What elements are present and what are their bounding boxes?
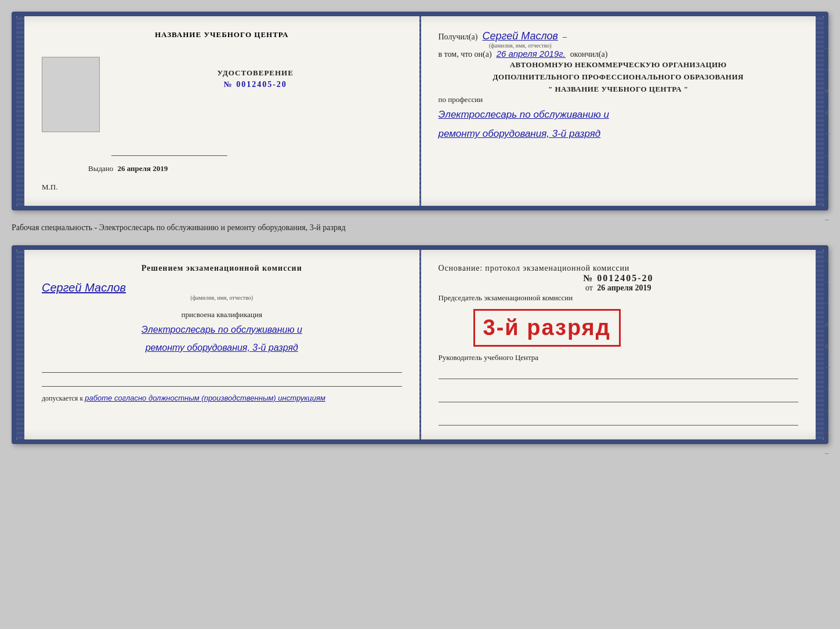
recipient-name: Сергей Маслов (482, 30, 557, 42)
profession-prefix: по профессии (439, 95, 799, 104)
org-line1: АВТОНОМНУЮ НЕКОММЕРЧЕСКУЮ ОРГАНИЗАЦИЮ (439, 59, 799, 71)
received-prefix: Получил(а) (439, 32, 478, 42)
lower-doc-right-spine (816, 250, 824, 439)
date-line-upper: в том, что он(а) 26 апреля 2019г. окончи… (439, 49, 799, 59)
stamp-area: 3-й разряд (439, 303, 799, 352)
mp-label: М.П. (42, 183, 57, 191)
num-prefix: № (583, 273, 593, 283)
doc-spine-left (16, 16, 24, 206)
dash-upper: – (563, 32, 567, 42)
date-prefix-lower: от (585, 283, 593, 292)
cert-number-prefix: № (224, 80, 233, 89)
protocol-date: от 26 апреля 2019 (439, 283, 799, 293)
num-value: 0012405-20 (597, 273, 653, 283)
org-text: АВТОНОМНУЮ НЕКОММЕРЧЕСКУЮ ОРГАНИЗАЦИЮ ДО… (439, 59, 799, 95)
lower-doc-spine-left (16, 250, 24, 439)
date-value-upper: 26 апреля 2019г. (497, 49, 566, 59)
допускается-value: работе согласно должностным (производств… (85, 394, 325, 402)
chairman-label: Председатель экзаменационной комиссии (439, 293, 799, 303)
issued-label: Выдано (88, 164, 113, 173)
profession-value-2: ремонту оборудования, 3-й разряд (439, 126, 799, 143)
допускается-prefix: допускается к (42, 394, 83, 402)
profession-value-1: Электрослесарь по обслуживанию и (439, 107, 799, 123)
protocol-number: № 0012405-20 (439, 273, 799, 283)
issued-date: 26 апреля 2019 (118, 164, 168, 173)
upper-center-title: НАЗВАНИЕ УЧЕБНОГО ЦЕНТРА (155, 30, 289, 39)
qual-value-2: ремонту оборудования, 3-й разряд (42, 340, 402, 355)
completed-suffix: окончил(а) (570, 50, 608, 59)
upper-doc-right: – – – и а ← – – – – Получил(а) Сергей Ма… (421, 16, 816, 206)
date-prefix-upper: в том, что он(а) (439, 50, 492, 59)
org-line3: " НАЗВАНИЕ УЧЕБНОГО ЦЕНТРА " (439, 83, 799, 96)
lower-right-side-dashes: – – – и а ← – – – – (825, 256, 832, 457)
cert-label: УДОСТОВЕРЕНИЕ (109, 68, 402, 78)
cert-number-section: УДОСТОВЕРЕНИЕ № 0012405-20 (109, 68, 402, 89)
received-line: Получил(а) Сергей Маслов (фамилия, имя, … (439, 30, 799, 49)
qual-value-1: Электрослесарь по обслуживанию и (42, 322, 402, 337)
right-side-dashes: – – – и а ← – – – – (825, 22, 832, 224)
fio-label-upper: (фамилия, имя, отчество) (482, 42, 557, 49)
допускается-section: допускается к работе согласно должностны… (42, 392, 402, 404)
upper-doc-left: НАЗВАНИЕ УЧЕБНОГО ЦЕНТРА УДОСТОВЕРЕНИЕ №… (24, 16, 419, 206)
stamp-box: 3-й разряд (473, 309, 621, 347)
руководитель-label: Руководитель учебного Центра (439, 352, 799, 363)
lower-document: Решением экзаменационной комиссии Сергей… (12, 245, 828, 444)
sig-lines-lower (42, 361, 402, 387)
lower-sig-lines (439, 368, 799, 426)
lower-doc-right: – – – и а ← – – – – Основание: протокол … (421, 250, 816, 439)
date-value-lower: 26 апреля 2019 (597, 283, 651, 292)
lower-doc-left: Решением экзаменационной комиссии Сергей… (24, 250, 419, 439)
commission-title: Решением экзаменационной комиссии (42, 264, 402, 273)
doc-right-spine (816, 16, 824, 206)
lower-fio-label: (фамилия, имя, отчество) (42, 294, 402, 301)
osnование-text: Основание: протокол экзаменационной коми… (439, 264, 799, 273)
upper-document: НАЗВАНИЕ УЧЕБНОГО ЦЕНТРА УДОСТОВЕРЕНИЕ №… (12, 12, 828, 210)
between-label: Рабочая специальность - Электрослесарь п… (12, 221, 828, 235)
qual-label: присвоена квалификация (182, 310, 262, 319)
lower-person-name: Сергей Маслов (42, 281, 402, 294)
org-line2: ДОПОЛНИТЕЛЬНОГО ПРОФЕССИОНАЛЬНОГО ОБРАЗО… (439, 71, 799, 83)
photo-placeholder (42, 57, 100, 132)
stamp-text: 3-й разряд (483, 315, 611, 340)
profession-section: по профессии Электрослесарь по обслужива… (439, 95, 799, 143)
cert-number: 0012405-20 (236, 80, 287, 89)
